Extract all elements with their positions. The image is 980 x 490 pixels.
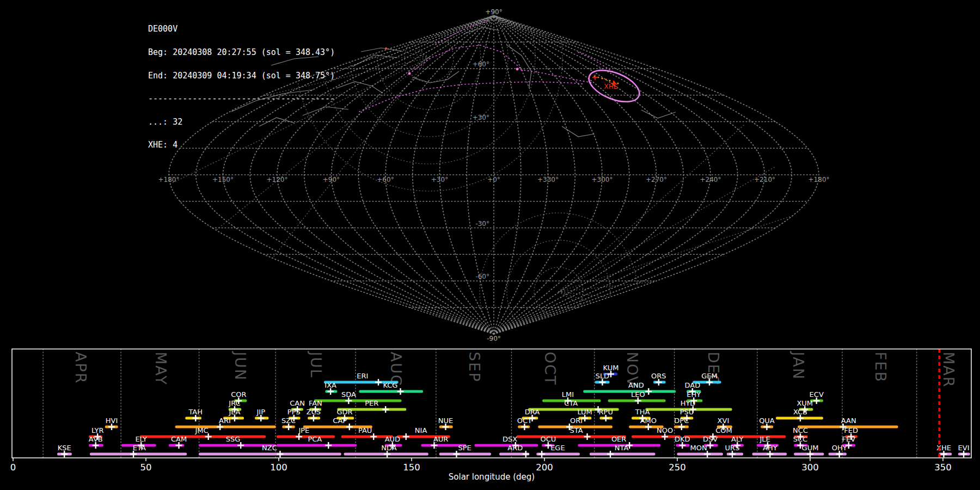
station-id: DE000V — [148, 25, 335, 33]
shower-activity-bar — [277, 436, 335, 438]
shower-TAH: TAH — [185, 408, 203, 421]
constellation-line — [641, 110, 676, 118]
shower-code-label: CAP — [333, 416, 347, 425]
longitude-label: +270° — [646, 176, 667, 183]
shower-code-label: ETA — [133, 444, 146, 452]
month-label: OCT — [542, 352, 559, 386]
longitude-label: +30° — [431, 176, 448, 183]
shower-activity-bar — [439, 453, 491, 456]
shower-ZCS: ZCS — [307, 408, 321, 421]
shower-code-label: JEA — [229, 408, 241, 416]
shower-code-label: CTA — [564, 399, 578, 407]
shower-code-label: RPU — [599, 408, 613, 416]
shower-activity-bar — [590, 453, 656, 456]
shower-peak-marker — [584, 433, 591, 440]
shower-HVI: HVI — [105, 416, 118, 430]
xhe-radiant-cross — [592, 75, 598, 80]
month-label: MAR — [940, 352, 957, 388]
shower-code-label: ERI — [357, 372, 368, 380]
xhe-meteor-dot — [605, 78, 607, 80]
shower-code-label: FED — [844, 426, 858, 434]
shower-code-label: NZC — [262, 444, 277, 452]
shower-code-label: AUD — [385, 435, 400, 443]
shower-code-label: KUM — [603, 364, 619, 372]
shower-code-label: ORI — [570, 416, 583, 425]
axis-title: Solar longitude (deg) — [449, 472, 535, 482]
month-label: DEC — [705, 352, 722, 386]
shower-activity-bar — [677, 453, 723, 456]
shower-JPE: JPE — [277, 426, 335, 440]
axis-tick-label: 300 — [801, 462, 819, 473]
end-time: End: 20240309 04:19:34 (sol = 348.75°) — [148, 72, 335, 79]
shower-code-label: COR — [231, 390, 246, 399]
shower-code-label: AAN — [841, 416, 856, 425]
shower-code-label: PCA — [308, 435, 322, 443]
axis-tick-label: 150 — [403, 462, 420, 473]
shower-code-label: AHY — [763, 444, 777, 452]
shower-DPC: DPC — [674, 416, 689, 430]
separator-line: -------------------------------------- — [148, 95, 335, 102]
sky-map-and-activity-plot: +180°+150°+120°+90°+60°+30°+0°+330°+300°… — [0, 0, 980, 490]
shower-code-label: GEM — [701, 372, 718, 380]
shower-peak-marker — [382, 406, 389, 413]
longitude-label: +300° — [592, 176, 613, 183]
shower-activity-bar — [359, 390, 423, 393]
shower-code-label: PAU — [358, 426, 372, 434]
shower-code-label: OER — [611, 435, 626, 443]
shower-code-label: HVI — [106, 416, 118, 425]
shower-code-label: ALY — [731, 435, 743, 443]
shower-code-label: ZCS — [307, 408, 321, 416]
latitude-label: -60° — [475, 273, 489, 280]
shower-code-label: PPS — [287, 408, 301, 416]
month-label: JUL — [308, 351, 324, 378]
shower-peak-marker — [277, 451, 283, 457]
shower-peak-marker — [375, 379, 382, 385]
shower-code-label: AVB — [89, 435, 103, 443]
shower-code-label: AND — [628, 381, 644, 389]
longitude-label: +0° — [487, 176, 500, 183]
shower-IXA: IXA — [324, 381, 337, 395]
xhe-count: XHE: 4 — [148, 141, 335, 149]
shower-peak-marker — [346, 424, 353, 430]
shower-code-label: DPC — [674, 416, 689, 425]
shower-QUA: QUA — [759, 416, 775, 430]
shower-code-label: ARI — [219, 416, 231, 425]
shower-code-label: PER — [365, 399, 378, 407]
shower-JMC: JMC — [140, 426, 266, 440]
shower-RPU: RPU — [599, 408, 613, 421]
shower-code-label: JMC — [194, 426, 208, 434]
observation-header: DE000V Beg: 20240308 20:27:55 (sol = 348… — [148, 10, 335, 164]
shower-activity-bar — [277, 444, 357, 447]
shower-activity-bar — [517, 436, 626, 438]
begin-time: Beg: 20240308 20:27:55 (sol = 348.43°) — [148, 48, 335, 56]
month-label: FEB — [872, 352, 889, 383]
shower-AVB: AVB — [89, 435, 103, 449]
shower-SLD: SLD — [595, 372, 610, 385]
shower-peak-marker — [645, 388, 652, 395]
axis-tick-label: 100 — [270, 462, 287, 473]
shower-OHY: OHY — [829, 444, 847, 457]
xhe-meteor-dot — [609, 79, 610, 81]
shower-activity-bar — [199, 453, 341, 456]
shower-code-label: SZC — [281, 416, 296, 425]
shower-activity-bar — [140, 436, 266, 438]
shower-NUE: NUE — [438, 416, 453, 430]
shower-code-label: NUE — [438, 416, 453, 425]
shower-code-label: XVI — [718, 416, 730, 425]
equatorial-grid-line — [559, 124, 745, 292]
shower-activity-bar — [314, 400, 402, 402]
shower-code-label: TAH — [188, 408, 203, 416]
axis-tick-label: 50 — [140, 462, 152, 473]
shower-code-label: NOO — [657, 426, 673, 434]
shower-code-label: SLD — [596, 372, 610, 380]
shower-code-label: AUR — [433, 435, 448, 443]
longitude-label: +210° — [754, 176, 775, 183]
month-label: MAY — [152, 352, 169, 385]
shower-code-label: URS — [725, 444, 740, 452]
shower-code-label: ECV — [810, 390, 824, 399]
shower-code-label: SDA — [341, 390, 356, 399]
shower-code-label: FEV — [842, 435, 855, 443]
shower-EVI: EVI — [958, 444, 970, 457]
shower-code-label: SCC — [793, 435, 807, 443]
shower-code-label: EGE — [550, 444, 565, 452]
